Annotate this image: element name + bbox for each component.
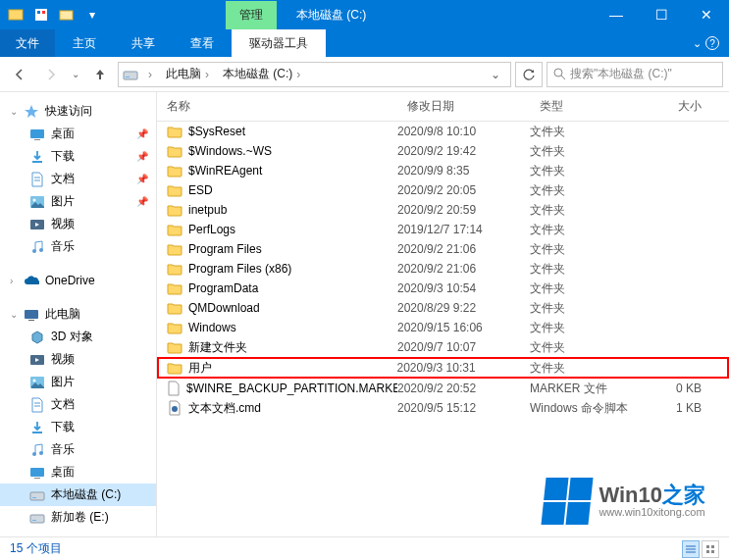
file-row[interactable]: inetpub 2020/9/2 20:59 文件夹	[157, 200, 729, 220]
sidebar-item-videos[interactable]: 视频	[0, 348, 156, 371]
sidebar-item-3d[interactable]: 3D 对象	[0, 326, 156, 348]
file-row[interactable]: $SysReset 2020/9/8 10:10 文件夹	[157, 122, 729, 141]
maximize-button[interactable]: ☐	[639, 0, 684, 29]
file-type: 文件夹	[530, 280, 638, 297]
minimize-button[interactable]: —	[594, 0, 639, 29]
new-folder-icon[interactable]	[55, 3, 78, 26]
sidebar-item-desktop[interactable]: 桌面📌	[0, 123, 156, 145]
sidebar-this-pc[interactable]: ⌄此电脑	[0, 303, 156, 326]
svg-rect-20	[28, 320, 34, 321]
sidebar-item-music[interactable]: 音乐	[0, 438, 156, 461]
view-details-button[interactable]	[682, 540, 700, 558]
sidebar-item-documents[interactable]: 文档📌	[0, 168, 156, 190]
file-row[interactable]: 新建文件夹 2020/9/7 10:07 文件夹	[157, 337, 729, 357]
file-row[interactable]: Program Files 2020/9/2 21:06 文件夹	[157, 239, 729, 259]
sidebar-item-downloads[interactable]: 下载📌	[0, 145, 156, 168]
file-name: 用户	[188, 360, 212, 377]
file-row[interactable]: $WINRE_BACKUP_PARTITION.MARKER 2020/9/2 …	[157, 379, 729, 398]
drive-icon	[123, 67, 138, 82]
recent-dropdown-icon[interactable]: ⌄	[69, 61, 82, 88]
sidebar-onedrive[interactable]: ›OneDrive	[0, 270, 156, 291]
explorer-icon[interactable]	[4, 3, 27, 26]
pc-icon	[24, 307, 39, 323]
file-date: 2019/12/7 17:14	[397, 223, 530, 236]
tab-view[interactable]: 查看	[173, 29, 232, 57]
address-dropdown-icon[interactable]: ⌄	[485, 63, 506, 86]
forward-button[interactable]	[37, 61, 65, 88]
address-bar[interactable]: › 此电脑› 本地磁盘 (C:)› ⌄	[118, 62, 511, 87]
file-name: $SysReset	[188, 125, 245, 138]
pictures-icon	[29, 375, 45, 390]
file-date: 2020/9/7 10:07	[397, 340, 530, 354]
file-row[interactable]: $WinREAgent 2020/9/9 8:35 文件夹	[157, 161, 729, 180]
file-date: 2020/9/3 10:31	[397, 361, 530, 375]
sidebar-item-desktop[interactable]: 桌面	[0, 461, 156, 484]
folder-icon	[167, 320, 182, 335]
view-large-button[interactable]	[702, 540, 719, 558]
file-row[interactable]: $Windows.~WS 2020/9/2 19:42 文件夹	[157, 141, 729, 161]
qat-dropdown-icon[interactable]: ▾	[80, 3, 104, 26]
ribbon-help-icon[interactable]: ?	[705, 36, 719, 50]
file-type: 文件夹	[530, 124, 638, 140]
file-row[interactable]: ESD 2020/9/2 20:05 文件夹	[157, 180, 729, 200]
file-name: ESD	[188, 183, 213, 197]
breadcrumb-local-disk[interactable]: 本地磁盘 (C:)›	[219, 64, 306, 84]
folder-icon	[167, 300, 182, 316]
svg-rect-6	[126, 76, 130, 77]
folder-icon	[167, 360, 182, 376]
ribbon-expand-icon[interactable]: ⌄	[693, 37, 702, 50]
sidebar-item-documents[interactable]: 文档	[0, 393, 156, 416]
column-type[interactable]: 类型	[530, 92, 638, 121]
disk-icon	[29, 510, 45, 526]
breadcrumb-root-icon[interactable]: ›	[142, 66, 158, 83]
tab-share[interactable]: 共享	[114, 29, 173, 57]
pin-icon: 📌	[136, 196, 148, 207]
sidebar-item-pictures[interactable]: 图片📌	[0, 190, 156, 213]
sidebar-item-disk[interactable]: 本地磁盘 (C:)	[0, 484, 156, 506]
sidebar-item-music[interactable]: 音乐	[0, 235, 156, 258]
up-button[interactable]	[86, 61, 114, 88]
sidebar-item-downloads[interactable]: 下载	[0, 416, 156, 438]
sidebar-item-disk[interactable]: 新加卷 (E:)	[0, 506, 156, 529]
tab-home[interactable]: 主页	[55, 29, 114, 57]
file-type: 文件夹	[530, 143, 638, 160]
file-row[interactable]: ProgramData 2020/9/3 10:54 文件夹	[157, 279, 729, 298]
folder-icon	[167, 143, 182, 159]
svg-point-23	[33, 379, 36, 382]
file-row[interactable]: 用户 2020/9/3 10:31 文件夹	[157, 357, 729, 379]
svg-rect-29	[30, 468, 44, 477]
sidebar-item-videos[interactable]: 视频	[0, 213, 156, 235]
sidebar: ⌄快速访问桌面📌下载📌文档📌图片📌视频音乐 ›OneDrive ⌄此电脑3D 对…	[0, 92, 157, 536]
svg-rect-2	[37, 11, 40, 14]
breadcrumb-this-pc[interactable]: 此电脑›	[162, 64, 215, 84]
file-tab[interactable]: 文件	[0, 29, 55, 57]
file-row[interactable]: 文本文档.cmd 2020/9/5 15:12 Windows 命令脚本 1 K…	[157, 398, 729, 418]
svg-rect-4	[60, 11, 73, 20]
column-date[interactable]: 修改日期	[397, 92, 530, 121]
file-name: inetpub	[188, 203, 227, 217]
search-input[interactable]: 搜索"本地磁盘 (C:)"	[547, 62, 723, 87]
file-row[interactable]: Windows 2020/9/15 16:06 文件夹	[157, 318, 729, 337]
svg-rect-42	[711, 550, 714, 553]
back-button[interactable]	[6, 61, 33, 88]
column-size[interactable]: 大小	[638, 92, 711, 121]
svg-rect-5	[124, 72, 137, 79]
file-size: 1 KB	[638, 401, 711, 415]
sidebar-item-pictures[interactable]: 图片	[0, 371, 156, 393]
tab-drive-tools[interactable]: 驱动器工具	[232, 29, 326, 57]
cmd-icon	[167, 400, 182, 416]
refresh-button[interactable]	[515, 62, 543, 87]
properties-icon[interactable]	[29, 3, 53, 26]
file-date: 2020/9/8 10:10	[397, 125, 530, 138]
windows-logo-icon	[542, 478, 594, 525]
svg-rect-11	[32, 161, 42, 163]
contextual-tab-manage[interactable]: 管理	[226, 1, 277, 29]
file-name: $Windows.~WS	[188, 144, 272, 158]
file-row[interactable]: QMDownload 2020/8/29 9:22 文件夹	[157, 298, 729, 318]
documents-icon	[29, 397, 45, 413]
file-row[interactable]: PerfLogs 2019/12/7 17:14 文件夹	[157, 220, 729, 239]
sidebar-quick-access[interactable]: ⌄快速访问	[0, 100, 156, 123]
file-row[interactable]: Program Files (x86) 2020/9/2 21:06 文件夹	[157, 259, 729, 279]
column-name[interactable]: 名称	[157, 92, 397, 121]
close-button[interactable]: ✕	[684, 0, 729, 29]
